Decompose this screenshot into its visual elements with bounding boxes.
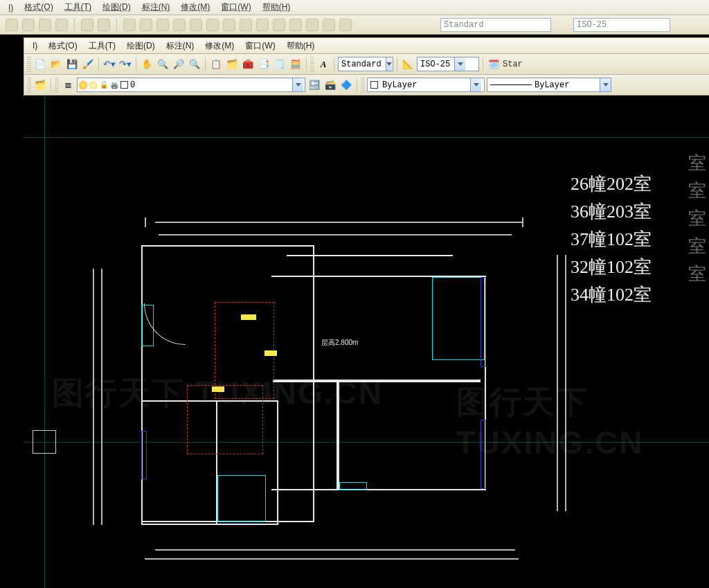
layer-previous-icon[interactable]: 🔙 bbox=[307, 78, 321, 92]
back-menu-item[interactable]: 标注(N) bbox=[138, 1, 174, 13]
toolbar-grip[interactable] bbox=[27, 57, 31, 72]
separator bbox=[306, 57, 307, 71]
separator bbox=[51, 78, 51, 92]
layer-on-icon bbox=[79, 81, 87, 89]
separator bbox=[136, 57, 136, 71]
back-tool-icon[interactable] bbox=[339, 19, 352, 31]
back-tool-icon[interactable] bbox=[140, 19, 152, 31]
menu-item-format[interactable]: 格式(O) bbox=[44, 40, 81, 52]
back-menu-item[interactable]: 格式(O) bbox=[20, 1, 57, 13]
zoom-previous-icon[interactable]: 🔍 bbox=[188, 57, 201, 71]
dimension-line bbox=[101, 269, 102, 525]
separator bbox=[98, 57, 99, 71]
back-menu-item[interactable]: 窗口(W) bbox=[217, 1, 255, 13]
dim-style-icon[interactable]: 📐 bbox=[401, 57, 415, 71]
back-tool-icon[interactable] bbox=[123, 19, 136, 31]
back-tool-icon[interactable] bbox=[306, 19, 318, 31]
back-tool-icon[interactable] bbox=[289, 19, 302, 31]
layer-name: 0 bbox=[130, 80, 135, 90]
open-icon[interactable]: 📂 bbox=[49, 57, 63, 71]
quickcalc-icon[interactable]: 🧮 bbox=[289, 57, 303, 71]
dimension-tick bbox=[522, 217, 523, 227]
annotation-item: 26幢202室 bbox=[571, 170, 652, 198]
combo-value: ByLayer bbox=[382, 80, 417, 90]
back-tool-icon[interactable] bbox=[173, 19, 186, 31]
back-tool-icon[interactable] bbox=[190, 19, 202, 31]
combo-value: Standard bbox=[444, 20, 484, 30]
back-tool-icon[interactable] bbox=[6, 19, 18, 31]
properties-icon[interactable]: 📋 bbox=[209, 57, 223, 71]
layer-combo[interactable]: 🔓 🖨️ 0 bbox=[77, 78, 305, 92]
back-tool-icon[interactable] bbox=[223, 19, 235, 31]
back-tool-icon[interactable] bbox=[81, 19, 93, 31]
dimension-line bbox=[155, 222, 522, 223]
layer-iso-icon[interactable]: 🔷 bbox=[339, 78, 353, 92]
layer-unlock-icon: 🔓 bbox=[100, 81, 108, 89]
save-icon[interactable]: 💾 bbox=[65, 57, 79, 71]
color-swatch bbox=[370, 81, 378, 89]
separator bbox=[205, 57, 206, 71]
menu-item-modify[interactable]: 修改(M) bbox=[201, 40, 238, 52]
layer-states-icon[interactable]: 🗃️ bbox=[323, 78, 337, 92]
separator bbox=[334, 57, 334, 71]
menu-item[interactable]: I) bbox=[28, 41, 42, 51]
dimension-line bbox=[565, 255, 566, 511]
drawing-canvas[interactable]: 层高2.800m 室 室 室 室 室 26幢202室 36幢203室 37幢10… bbox=[24, 96, 709, 588]
back-menu-item[interactable]: I) bbox=[4, 3, 17, 12]
back-tool-icon[interactable] bbox=[323, 19, 335, 31]
redo-icon[interactable]: ↷▾ bbox=[118, 57, 132, 71]
text-style-icon[interactable]: A bbox=[316, 57, 330, 71]
toolbar-grip[interactable] bbox=[310, 57, 314, 72]
pan-icon[interactable]: ✋ bbox=[140, 57, 154, 71]
combo-value: ISO-25 bbox=[420, 60, 450, 69]
wall bbox=[273, 380, 481, 382]
back-menubar: I) 格式(O) 工具(T) 绘图(D) 标注(N) 修改(M) 窗口(W) 帮… bbox=[0, 0, 709, 15]
back-tool-icon[interactable] bbox=[156, 19, 169, 31]
text-style-combo[interactable]: Standard bbox=[338, 57, 393, 71]
back-tool-icon[interactable] bbox=[206, 19, 219, 31]
menu-item-tools[interactable]: 工具(T) bbox=[84, 40, 120, 52]
back-menu-item[interactable]: 工具(T) bbox=[60, 1, 96, 13]
annotation-item: 36幢203室 bbox=[571, 198, 652, 226]
back-tool-icon[interactable] bbox=[39, 19, 51, 31]
dim-style-combo[interactable]: ISO-25 bbox=[417, 57, 479, 71]
layer-manager-icon[interactable]: ≣ bbox=[61, 78, 75, 92]
back-tool-icon[interactable] bbox=[98, 19, 110, 31]
menu-item-draw[interactable]: 绘图(D) bbox=[123, 40, 159, 52]
annotation-item: 32幢102室 bbox=[571, 253, 652, 281]
sheet-set-icon[interactable]: 📑 bbox=[257, 57, 271, 71]
back-tool-icon[interactable] bbox=[22, 19, 35, 31]
color-combo[interactable]: ByLayer bbox=[367, 78, 485, 92]
table-style-icon[interactable]: 🗓️ bbox=[487, 57, 501, 71]
back-text-style-combo[interactable]: Standard bbox=[440, 18, 551, 32]
linetype-combo[interactable]: ByLayer bbox=[487, 78, 611, 92]
new-icon[interactable]: 📄 bbox=[33, 57, 47, 71]
back-menu-item[interactable]: 修改(M) bbox=[177, 1, 214, 13]
toolbar-grip[interactable] bbox=[55, 78, 59, 93]
layer-properties-icon[interactable]: 🗂️ bbox=[33, 78, 47, 92]
back-tool-icon[interactable] bbox=[240, 19, 252, 31]
duct bbox=[187, 385, 263, 454]
foreground-window: I) 格式(O) 工具(T) 绘图(D) 标注(N) 修改(M) 窗口(W) 帮… bbox=[24, 37, 709, 588]
separator bbox=[397, 57, 397, 71]
toolbar-grip[interactable] bbox=[361, 78, 365, 93]
back-menu-item[interactable]: 帮助(H) bbox=[258, 1, 295, 13]
separator bbox=[116, 19, 117, 31]
markup-icon[interactable]: 🗒️ bbox=[273, 57, 287, 71]
toolbar-grip[interactable] bbox=[27, 78, 31, 93]
undo-icon[interactable]: ↶▾ bbox=[102, 57, 116, 71]
menu-item-window[interactable]: 窗口(W) bbox=[241, 40, 279, 52]
design-center-icon[interactable]: 🗂️ bbox=[225, 57, 239, 71]
back-tool-icon[interactable] bbox=[256, 19, 269, 31]
back-tool-icon[interactable] bbox=[55, 19, 68, 31]
menu-item-dimension[interactable]: 标注(N) bbox=[162, 40, 199, 52]
back-menu-item[interactable]: 绘图(D) bbox=[98, 1, 135, 13]
menu-item-help[interactable]: 帮助(H) bbox=[282, 40, 319, 52]
brush-icon[interactable]: 🖌️ bbox=[81, 57, 95, 71]
zoom-realtime-icon[interactable]: 🔍 bbox=[156, 57, 170, 71]
back-dim-style-combo[interactable]: ISO-25 bbox=[573, 18, 670, 32]
tool-palette-icon[interactable]: 🧰 bbox=[241, 57, 255, 71]
zoom-window-icon[interactable]: 🔎 bbox=[172, 57, 186, 71]
separator bbox=[483, 57, 483, 71]
back-tool-icon[interactable] bbox=[273, 19, 285, 31]
